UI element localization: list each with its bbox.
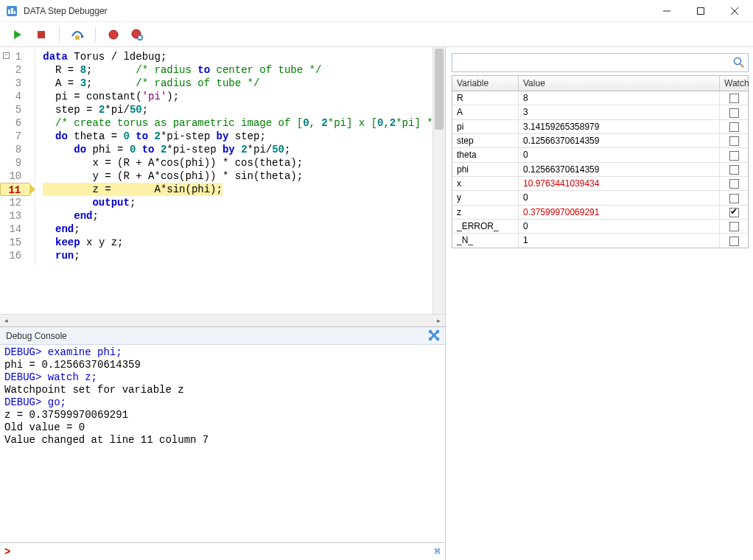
title-bar: DATA Step Debugger [0, 0, 753, 22]
code-line[interactable]: x = (R + A*cos(phi)) * cos(theta); [43, 156, 439, 169]
gutter-line[interactable]: 7 [0, 130, 30, 143]
gutter-line[interactable]: 8 [0, 143, 30, 156]
gutter-line[interactable]: 10 [0, 169, 30, 183]
header-variable[interactable]: Variable [452, 76, 519, 91]
gutter-line[interactable]: 3 [0, 77, 30, 90]
console-prompt-line: DEBUG> examine phi; [4, 346, 441, 359]
scrollbar-track[interactable] [13, 315, 432, 326]
code-line[interactable]: data Torus / ldebug; [43, 50, 439, 63]
debug-console-header: Debug Console [0, 327, 445, 345]
watch-checkbox[interactable] [729, 165, 739, 175]
close-button[interactable] [718, 0, 752, 22]
code-line[interactable]: run; [43, 249, 439, 262]
watch-checkbox[interactable] [729, 122, 739, 132]
code-line[interactable]: do phi = 0 to 2*pi-step by 2*pi/50; [43, 143, 439, 156]
fold-toggle-icon[interactable]: - [3, 52, 10, 59]
maximize-button[interactable] [684, 0, 718, 22]
code-editor: 1-2345678910111213141516 data Torus / ld… [0, 47, 445, 326]
variable-name: theta [452, 148, 519, 161]
scroll-right-arrow[interactable]: ▸ [432, 315, 445, 326]
console-settings-icon[interactable] [427, 329, 441, 342]
variable-row[interactable]: step0.12566370614359 [452, 134, 748, 148]
watch-checkbox[interactable] [729, 222, 739, 231]
variable-watch-cell [720, 234, 748, 247]
code-line[interactable]: step = 2*pi/50; [43, 103, 439, 116]
code-line[interactable]: /* create torus as parametric image of [… [43, 116, 439, 130]
variable-row[interactable]: y0 [452, 191, 748, 205]
gutter-line[interactable]: 14 [0, 223, 30, 236]
variable-watch-cell [720, 220, 748, 233]
code-line[interactable]: y = (R + A*cos(phi)) * sin(theta); [43, 169, 439, 183]
code-line[interactable]: A = 3; /* radius of tube */ [43, 77, 439, 90]
code-line[interactable]: pi = constant('pi'); [43, 90, 439, 103]
run-button[interactable] [7, 24, 28, 45]
code-line[interactable]: z = A*sin(phi); [43, 183, 223, 196]
gutter-line[interactable]: 5 [0, 103, 30, 116]
code-area[interactable]: data Torus / ldebug; R = 8; /* radius to… [35, 47, 445, 265]
watch-checkbox[interactable] [729, 179, 739, 189]
variable-row[interactable]: _N_1 [452, 234, 748, 247]
svg-rect-24 [436, 337, 439, 340]
editor-vertical-scrollbar[interactable] [432, 47, 445, 314]
toggle-breakpoint-button[interactable] [103, 24, 124, 45]
debug-console-input[interactable] [12, 546, 431, 558]
variable-row[interactable]: theta0 [452, 148, 748, 162]
gutter-line[interactable]: 6 [0, 116, 30, 130]
header-value[interactable]: Value [519, 76, 720, 91]
variable-row[interactable]: _ERROR_0 [452, 220, 748, 234]
variable-row[interactable]: x10.9763441039434 [452, 177, 748, 191]
variable-watch-cell [720, 163, 748, 176]
gutter-line[interactable]: 2 [0, 63, 30, 77]
variable-row[interactable]: A3 [452, 105, 748, 119]
console-output-line: Watchpoint set for variable z [4, 384, 441, 396]
watch-checkbox[interactable] [729, 151, 739, 161]
gutter-line[interactable]: 15 [0, 236, 30, 249]
variable-search-input[interactable] [452, 54, 730, 71]
header-watch[interactable]: Watch [720, 76, 748, 91]
code-line[interactable]: R = 8; /* radius to center of tube */ [43, 63, 439, 77]
minimize-button[interactable] [650, 0, 684, 22]
watch-checkbox[interactable] [729, 136, 739, 146]
code-line[interactable]: do theta = 0 to 2*pi-step by step; [43, 130, 439, 143]
gutter-line[interactable]: 1- [0, 50, 30, 63]
code-line[interactable]: keep x y z; [43, 236, 439, 249]
variable-value: 1 [519, 234, 720, 247]
scrollbar-thumb[interactable] [435, 49, 444, 130]
variable-row[interactable]: R8 [452, 91, 748, 105]
variable-value: 0.37599970069291 [519, 206, 720, 219]
clear-breakpoints-button[interactable] [127, 24, 147, 45]
watch-checkbox[interactable] [729, 94, 739, 103]
watch-checkbox[interactable] [729, 194, 739, 203]
variable-name: A [452, 105, 519, 119]
variable-row[interactable]: pi3.14159265358979 [452, 120, 748, 134]
watch-checkbox[interactable] [729, 208, 739, 217]
variable-row[interactable]: z0.37599970069291 [452, 206, 748, 220]
search-icon[interactable] [730, 57, 748, 69]
gutter-line[interactable]: 4 [0, 90, 30, 103]
gutter-line[interactable]: 16 [0, 249, 30, 262]
code-line[interactable]: output; [43, 196, 439, 209]
code-line[interactable]: end; [43, 223, 439, 236]
watch-checkbox[interactable] [729, 237, 739, 246]
debug-console-title: Debug Console [6, 331, 67, 341]
variable-name: phi [452, 163, 519, 176]
gutter-line[interactable]: 13 [0, 209, 30, 223]
step-over-button[interactable] [67, 24, 88, 45]
debug-console-output[interactable]: DEBUG> examine phi;phi = 0.1256637061435… [0, 345, 445, 542]
code-line[interactable]: end; [43, 209, 439, 223]
editor-horizontal-scrollbar[interactable]: ◂ ▸ [0, 314, 445, 326]
debug-console-section: Debug Console DEBUG> examine phi;phi = 0… [0, 326, 445, 560]
scroll-left-arrow[interactable]: ◂ [0, 315, 13, 326]
gutter-line[interactable]: 9 [0, 156, 30, 169]
line-gutter[interactable]: 1-2345678910111213141516 [0, 47, 35, 265]
watch-checkbox[interactable] [729, 108, 739, 118]
gutter-line[interactable]: 12 [0, 196, 30, 209]
variable-value: 0 [519, 148, 720, 161]
variable-value: 10.9763441039434 [519, 177, 720, 190]
variable-value: 0 [519, 191, 720, 204]
command-key-icon[interactable]: ⌘ [435, 545, 441, 558]
variable-row[interactable]: phi0.12566370614359 [452, 163, 748, 177]
stop-button[interactable] [31, 24, 52, 45]
gutter-line[interactable]: 11 [0, 183, 30, 196]
console-output-line: phi = 0.12566370614359 [4, 359, 441, 371]
